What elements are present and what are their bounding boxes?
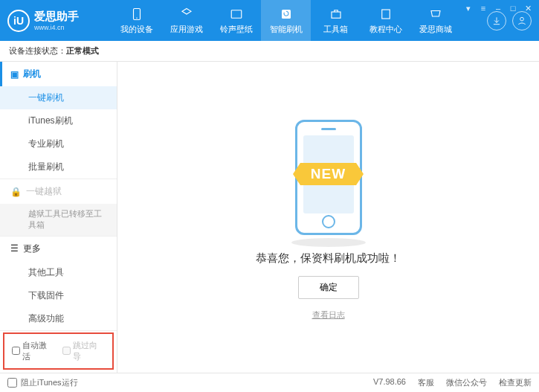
toolbox-icon	[329, 7, 343, 22]
nav-tutorials[interactable]: 教程中心	[361, 0, 410, 41]
sidebar-item-oneclick[interactable]: 一键刷机	[0, 86, 117, 109]
app-title: 爱思助手	[34, 10, 79, 24]
maximize-icon[interactable]: □	[508, 3, 518, 13]
sidebar-item-advanced[interactable]: 高级功能	[0, 307, 117, 330]
sidebar-section-more[interactable]: ☰ 更多	[0, 237, 117, 261]
footer-update[interactable]: 检查更新	[499, 377, 532, 388]
new-banner: NEW	[300, 163, 356, 185]
svg-rect-4	[332, 12, 340, 18]
checkbox-auto-activate[interactable]: 自动激活	[12, 340, 55, 362]
app-url: www.i4.cn	[34, 24, 79, 31]
sidebar-jailbreak-note: 越狱工具已转移至工具箱	[0, 204, 117, 236]
tshirt-icon[interactable]: ▾	[463, 3, 474, 13]
success-illustration: NEW	[265, 115, 392, 241]
version-label: V7.98.66	[373, 377, 406, 388]
flash-icon: ▣	[10, 69, 19, 80]
lock-icon: 🔒	[10, 187, 22, 197]
status-bar: 设备连接状态： 正常模式	[0, 41, 539, 62]
download-button[interactable]	[487, 11, 506, 30]
nav-apps-games[interactable]: 应用游戏	[161, 0, 211, 41]
sidebar-item-itunes[interactable]: iTunes刷机	[0, 109, 117, 132]
footer-support[interactable]: 客服	[418, 377, 434, 388]
view-log-link[interactable]: 查看日志	[312, 309, 345, 321]
menu-icon[interactable]: ≡	[478, 3, 488, 13]
footer-wechat[interactable]: 微信公众号	[446, 377, 487, 388]
refresh-icon	[279, 7, 294, 22]
nav-my-device[interactable]: 我的设备	[112, 0, 161, 41]
list-icon: ☰	[10, 243, 19, 254]
block-itunes-checkbox[interactable]: 阻止iTunes运行	[7, 377, 78, 388]
activation-options: 自动激活 跳过向导	[3, 332, 114, 370]
book-icon	[378, 7, 393, 22]
close-icon[interactable]: ✕	[523, 3, 533, 13]
phone-icon	[129, 7, 144, 22]
sidebar-section-jailbreak: 🔒 一键越狱	[0, 179, 117, 204]
logo: iU 爱思助手 www.i4.cn	[7, 10, 112, 32]
svg-point-6	[520, 17, 524, 21]
svg-rect-2	[231, 10, 242, 18]
confirm-button[interactable]: 确定	[298, 276, 359, 299]
nav-toolbox[interactable]: 工具箱	[311, 0, 361, 41]
footer: 阻止iTunes运行 V7.98.66 客服 微信公众号 检查更新	[0, 373, 539, 392]
main-content: NEW 恭喜您，保资料刷机成功啦！ 确定 查看日志	[117, 62, 539, 373]
device-info: 📱 iPhone 15 Pro Max 512GB iPhone	[0, 371, 117, 373]
image-icon	[229, 7, 244, 22]
checkbox-skip-guide[interactable]: 跳过向导	[62, 340, 106, 362]
logo-icon: iU	[7, 10, 30, 32]
app-icon	[179, 7, 194, 22]
minimize-icon[interactable]: –	[493, 3, 503, 13]
success-message: 恭喜您，保资料刷机成功啦！	[256, 251, 401, 266]
status-label: 设备连接状态：	[9, 45, 66, 57]
status-value: 正常模式	[66, 45, 99, 57]
cart-icon	[428, 7, 443, 22]
sidebar: ▣ 刷机 一键刷机 iTunes刷机 专业刷机 批量刷机 🔒 一键越狱 越狱工具…	[0, 62, 117, 373]
user-button[interactable]	[512, 11, 532, 30]
sidebar-item-other-tools[interactable]: 其他工具	[0, 261, 117, 284]
svg-rect-5	[381, 10, 390, 19]
sidebar-item-batch[interactable]: 批量刷机	[0, 155, 117, 179]
svg-rect-3	[282, 10, 291, 19]
nav-store[interactable]: 爱思商城	[410, 0, 460, 41]
sidebar-item-pro[interactable]: 专业刷机	[0, 132, 117, 155]
app-header: iU 爱思助手 www.i4.cn 我的设备 应用游戏 铃声壁纸 智能刷机 工具…	[0, 0, 539, 41]
sidebar-section-flash[interactable]: ▣ 刷机	[0, 62, 117, 86]
nav-ringtones[interactable]: 铃声壁纸	[211, 0, 261, 41]
svg-point-1	[136, 17, 138, 19]
nav-flash[interactable]: 智能刷机	[261, 0, 311, 41]
sidebar-item-download-fw[interactable]: 下载固件	[0, 284, 117, 307]
